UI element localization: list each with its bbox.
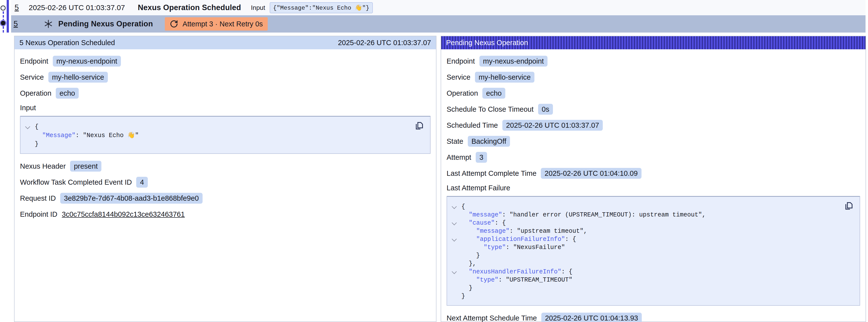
code-text: [461, 211, 469, 219]
field-row-schedule-to-close-timeout: Schedule To Close Timeout 0s: [446, 104, 860, 115]
collapse-chevron-icon[interactable]: [447, 219, 461, 227]
code-line: "applicationFailureInfo": {: [447, 235, 860, 243]
field-row-operation: Operation echo: [446, 88, 860, 99]
field-label: Endpoint: [20, 57, 49, 65]
failure-section-label: Last Attempt Failure: [446, 184, 860, 192]
field-label: Endpoint: [446, 57, 475, 65]
field-value-badge: my-hello-service: [49, 72, 108, 83]
code-text: {: [461, 203, 465, 211]
code-text: {: [35, 123, 38, 131]
field-row-workflow-task-completed-event-id: Workflow Task Completed Event ID 4: [20, 177, 431, 188]
code-line: "cause": {: [447, 219, 860, 227]
code-text: [461, 268, 469, 276]
code-line: }: [447, 252, 860, 260]
field-row-scheduled-time: Scheduled Time 2025-02-26 UTC 01:03:37.0…: [446, 120, 860, 131]
input-json-viewer: { "Message": "Nexus Echo 👋" }: [20, 116, 431, 154]
code-line: "type": "UPSTREAM_TIMEOUT": [447, 276, 860, 284]
code-text: }: [461, 252, 480, 260]
event-input-label: Input: [251, 4, 265, 11]
code-line: {: [21, 123, 430, 131]
field-row-request-id: Request ID 3e829b7e-7d67-4b08-aad3-b1e86…: [20, 193, 431, 204]
code-line: }: [21, 140, 430, 149]
collapse-chevron-icon[interactable]: [447, 203, 461, 211]
field-row-last-attempt-complete-time: Last Attempt Complete Time 2025-02-26 UT…: [446, 168, 860, 179]
field-label: Workflow Task Completed Event ID: [20, 178, 132, 186]
retry-status-badge: Attempt 3 · Next Retry 0s: [165, 17, 268, 31]
timeline-marker-open-icon: [0, 5, 6, 10]
field-row-attempt: Attempt 3: [446, 152, 860, 163]
field-value-badge: my-nexus-endpoint: [479, 56, 548, 67]
event-title: Nexus Operation Scheduled: [138, 3, 241, 12]
code-text: }: [461, 292, 465, 300]
panel-title: Pending Nexus Operation: [446, 39, 528, 47]
copy-button[interactable]: [844, 201, 854, 211]
code-text: [35, 131, 42, 140]
timeline-marker-current-icon: [1, 21, 5, 25]
collapse-chevron-icon[interactable]: [447, 268, 461, 276]
field-value-badge: echo: [483, 88, 505, 99]
code-line: "type": "NexusFailure": [447, 243, 860, 252]
event-row-pending-nexus-operation[interactable]: 5 Pending Nexus Operation Attempt 3 · Ne…: [11, 15, 866, 33]
endpoint-id-link[interactable]: 3c0c75ccfa8144b092c13ce632463761: [62, 210, 185, 219]
event-row-nexus-operation-scheduled[interactable]: 5 2025-02-26 UTC 01:03:37.07 Nexus Opera…: [11, 0, 866, 15]
event-input-value-chip: {"Message":"Nexus Echo 👋"}: [270, 2, 373, 13]
field-value-badge: present: [70, 161, 101, 171]
code-text: }: [461, 284, 472, 292]
field-label: Request ID: [20, 194, 56, 202]
field-label: Attempt: [446, 153, 471, 161]
field-value-badge: my-nexus-endpoint: [53, 56, 121, 67]
code-text: }: [35, 140, 38, 149]
panel-title: 5 Nexus Operation Scheduled: [20, 39, 115, 47]
field-value-badge: 3: [476, 152, 487, 163]
code-line: {: [447, 203, 860, 211]
code-line: }: [447, 284, 860, 292]
code-line: "nexusHandlerFailureInfo": {: [447, 268, 860, 276]
field-value-badge: my-hello-service: [475, 72, 534, 83]
copy-icon: [844, 201, 854, 211]
pending-nexus-operation-panel: Pending Nexus Operation Endpoint my-nexu…: [441, 36, 866, 322]
field-value-badge: 2025-02-26 UTC 01:04:10.09: [541, 168, 641, 179]
field-row-next-attempt-schedule-time: Next Attempt Schedule Time 2025-02-26 UT…: [446, 313, 860, 322]
last-attempt-failure-json-viewer: { "message": "handler error (UPSTREAM_TI…: [446, 196, 860, 306]
event-timestamp: 2025-02-26 UTC 01:03:37.07: [29, 3, 125, 12]
field-value-badge: 2025-02-26 UTC 01:03:37.07: [502, 120, 603, 131]
field-label: Nexus Header: [20, 162, 66, 170]
field-value-badge: 3e829b7e-7d67-4b08-aad3-b1e868bfe9e0: [60, 193, 203, 204]
nexus-operation-scheduled-panel: 5 Nexus Operation Scheduled 2025-02-26 U…: [14, 36, 436, 322]
collapse-chevron-icon[interactable]: [21, 123, 35, 131]
code-line: }: [447, 292, 860, 300]
panel-timestamp: 2025-02-26 UTC 01:03:37.07: [338, 39, 431, 47]
field-value-badge: BackingOff: [468, 136, 510, 147]
collapse-chevron-icon[interactable]: [447, 235, 461, 243]
code-line: },: [447, 260, 860, 268]
retry-badge-label: Attempt 3 · Next Retry 0s: [183, 20, 263, 28]
event-id-link[interactable]: 5: [13, 20, 18, 28]
field-label: Operation: [446, 89, 478, 97]
field-label: Last Attempt Complete Time: [446, 169, 536, 178]
field-label: Next Attempt Schedule Time: [446, 314, 537, 322]
copy-icon: [414, 121, 424, 130]
panel-header: 5 Nexus Operation Scheduled 2025-02-26 U…: [14, 36, 436, 49]
code-text: [461, 243, 484, 252]
timeline-active-bar: [7, 0, 9, 33]
code-line: "message": "upstream timeout",: [447, 227, 860, 235]
code-line: "message": "handler error (UPSTREAM_TIME…: [447, 211, 860, 219]
field-label: Endpoint ID: [20, 210, 58, 219]
field-value-badge: echo: [56, 88, 79, 99]
code-text: },: [461, 260, 476, 268]
field-label: Service: [20, 73, 44, 82]
copy-button[interactable]: [414, 121, 424, 131]
field-row-nexus-header: Nexus Header present: [20, 161, 431, 171]
code-line: "Message": "Nexus Echo 👋": [21, 131, 430, 140]
field-row-endpoint: Endpoint my-nexus-endpoint: [446, 56, 860, 67]
field-value-badge: 0s: [538, 104, 553, 115]
field-value-badge: 4: [136, 177, 148, 188]
field-row-service: Service my-hello-service: [446, 72, 860, 83]
code-text: [461, 227, 476, 235]
event-id-link[interactable]: 5: [14, 3, 19, 12]
field-label: State: [446, 137, 463, 146]
code-text: [461, 276, 476, 284]
field-label: Operation: [20, 89, 51, 97]
field-value-badge: 2025-02-26 UTC 01:04:13.93: [541, 313, 642, 322]
field-row-service: Service my-hello-service: [20, 72, 431, 83]
